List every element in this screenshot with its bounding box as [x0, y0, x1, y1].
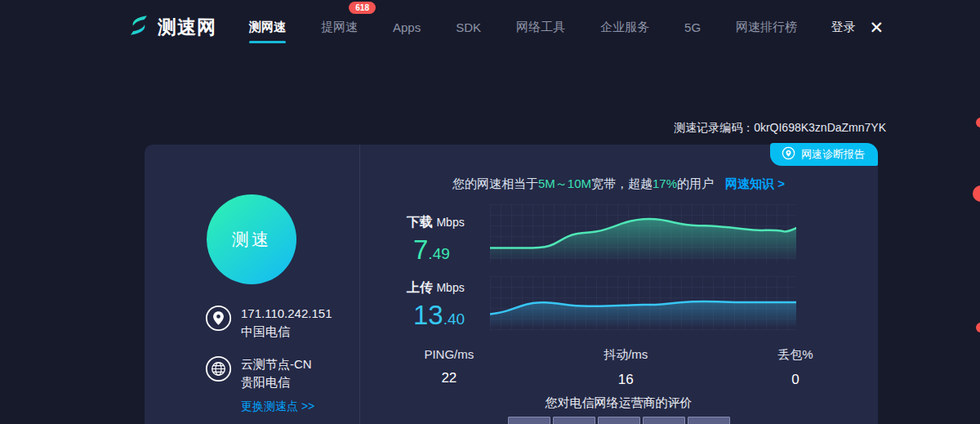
beat-percent: 17% — [653, 176, 677, 190]
top-nav: 测速网 测网速 提网速 618 Apps SDK 网络工具 企业服务 5G 网速… — [0, 0, 980, 54]
node-name: 云测节点-CN — [241, 355, 314, 373]
latency-stats: PING/ms 22 抖动/ms 16 丢包% 0 — [359, 347, 878, 388]
rating-title: 您对电信网络运营商的评价 — [359, 395, 878, 411]
bandwidth-range: 5M～10M — [538, 176, 591, 190]
site-logo[interactable]: 测速网 — [127, 13, 216, 41]
edge-widget-dot-top[interactable] — [976, 118, 980, 127]
packet-loss-stat: 丢包% 0 — [777, 347, 813, 388]
promo-badge: 618 — [349, 2, 376, 14]
speed-knowledge-link[interactable]: 网速知识 > — [725, 176, 785, 190]
upload-value: 13.40 — [407, 300, 465, 331]
nav-item-5g[interactable]: 5G — [684, 16, 701, 39]
download-metric: 下载 Mbps 7.49 — [407, 214, 465, 266]
nav-item-network-tools[interactable]: 网络工具 — [516, 15, 565, 40]
globe-icon — [205, 355, 232, 382]
close-icon[interactable]: ✕ — [869, 19, 884, 36]
record-label: 测速记录编码： — [674, 121, 754, 134]
rating-segment[interactable] — [688, 417, 730, 424]
record-code: 0krQI698K3znDaZmn7YK — [754, 121, 886, 134]
rating-segment[interactable] — [508, 417, 550, 424]
start-test-button[interactable]: 测速 — [207, 194, 296, 284]
rating-segment[interactable] — [598, 417, 640, 424]
ip-address: 171.110.242.151 — [241, 305, 332, 323]
nav-item-apps[interactable]: Apps — [393, 16, 421, 39]
nav-item-ranking[interactable]: 网速排行榜 — [736, 15, 797, 40]
change-node-link[interactable]: 更换测速点 >> — [241, 397, 314, 415]
edge-widget-dot-bottom[interactable] — [976, 323, 980, 333]
start-test-label: 测速 — [232, 228, 271, 251]
speedtest-result-panel: 网速诊断报告 测速 171.110.242.151 中国电信 云测节点-C — [145, 145, 878, 424]
nav-item-boost[interactable]: 提网速 618 — [321, 15, 358, 40]
node-info: 云测节点-CN 贵阳电信 更换测速点 >> — [205, 355, 314, 415]
rating-segment[interactable] — [553, 417, 595, 424]
nav-item-sdk[interactable]: SDK — [456, 16, 481, 39]
login-button[interactable]: 登录 — [831, 20, 855, 35]
upload-chart — [490, 276, 796, 330]
ip-isp: 中国电信 — [241, 323, 332, 341]
nav-item-enterprise[interactable]: 企业服务 — [600, 15, 649, 40]
test-record-line: 测速记录编码：0krQI698K3znDaZmn7YK — [674, 121, 886, 136]
download-value: 7.49 — [407, 234, 465, 266]
edge-widget-dot-middle[interactable] — [973, 185, 980, 202]
logo-title: 测速网 — [158, 15, 216, 40]
ip-info: 171.110.242.151 中国电信 — [205, 305, 332, 341]
speed-summary: 您的网速相当于5M～10M宽带，超越17%的用户网速知识 > — [359, 176, 878, 192]
upload-metric: 上传 Mbps 13.40 — [407, 279, 465, 331]
logo-icon — [127, 13, 151, 41]
nav-item-speedtest[interactable]: 测网速 — [249, 15, 286, 40]
nav-menu: 测网速 提网速 618 Apps SDK 网络工具 企业服务 5G 网速排行榜 — [249, 15, 797, 40]
download-chart — [490, 204, 796, 263]
location-pin-icon — [205, 305, 232, 332]
rating-bar — [359, 417, 878, 424]
jitter-stat: 抖动/ms 16 — [604, 347, 648, 388]
rating-segment[interactable] — [643, 417, 685, 424]
node-isp: 贵阳电信 — [241, 373, 314, 391]
ping-stat: PING/ms 22 — [424, 347, 474, 388]
